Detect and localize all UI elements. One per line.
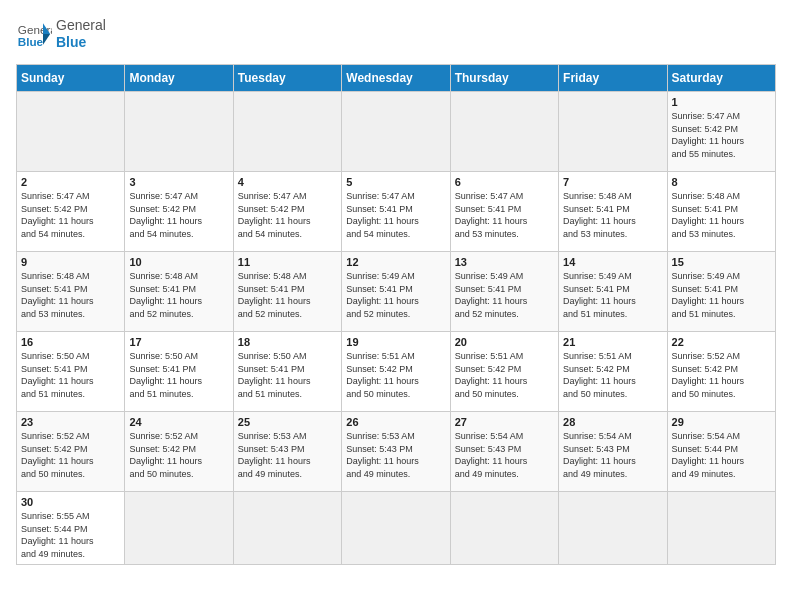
day-info: Sunrise: 5:54 AM Sunset: 5:43 PM Dayligh…	[455, 430, 554, 480]
day-header-monday: Monday	[125, 65, 233, 92]
day-number: 4	[238, 176, 337, 188]
calendar-cell	[450, 92, 558, 172]
day-info: Sunrise: 5:54 AM Sunset: 5:44 PM Dayligh…	[672, 430, 771, 480]
day-number: 10	[129, 256, 228, 268]
day-info: Sunrise: 5:47 AM Sunset: 5:42 PM Dayligh…	[672, 110, 771, 160]
calendar-cell: 22Sunrise: 5:52 AM Sunset: 5:42 PM Dayli…	[667, 332, 775, 412]
day-number: 23	[21, 416, 120, 428]
day-number: 8	[672, 176, 771, 188]
day-header-tuesday: Tuesday	[233, 65, 341, 92]
day-info: Sunrise: 5:48 AM Sunset: 5:41 PM Dayligh…	[238, 270, 337, 320]
day-number: 29	[672, 416, 771, 428]
day-number: 16	[21, 336, 120, 348]
calendar-table: SundayMondayTuesdayWednesdayThursdayFrid…	[16, 64, 776, 565]
calendar-cell: 2Sunrise: 5:47 AM Sunset: 5:42 PM Daylig…	[17, 172, 125, 252]
day-header-wednesday: Wednesday	[342, 65, 450, 92]
day-number: 3	[129, 176, 228, 188]
calendar-cell: 12Sunrise: 5:49 AM Sunset: 5:41 PM Dayli…	[342, 252, 450, 332]
day-number: 25	[238, 416, 337, 428]
calendar-cell: 26Sunrise: 5:53 AM Sunset: 5:43 PM Dayli…	[342, 412, 450, 492]
day-info: Sunrise: 5:50 AM Sunset: 5:41 PM Dayligh…	[129, 350, 228, 400]
day-info: Sunrise: 5:47 AM Sunset: 5:41 PM Dayligh…	[346, 190, 445, 240]
day-info: Sunrise: 5:52 AM Sunset: 5:42 PM Dayligh…	[129, 430, 228, 480]
calendar-cell	[559, 92, 667, 172]
day-info: Sunrise: 5:48 AM Sunset: 5:41 PM Dayligh…	[129, 270, 228, 320]
logo-icon: General Blue	[16, 16, 52, 52]
day-info: Sunrise: 5:49 AM Sunset: 5:41 PM Dayligh…	[455, 270, 554, 320]
day-number: 17	[129, 336, 228, 348]
svg-marker-3	[43, 34, 50, 45]
calendar-cell: 23Sunrise: 5:52 AM Sunset: 5:42 PM Dayli…	[17, 412, 125, 492]
calendar-cell: 28Sunrise: 5:54 AM Sunset: 5:43 PM Dayli…	[559, 412, 667, 492]
day-info: Sunrise: 5:47 AM Sunset: 5:42 PM Dayligh…	[238, 190, 337, 240]
calendar-cell	[450, 492, 558, 565]
day-info: Sunrise: 5:48 AM Sunset: 5:41 PM Dayligh…	[672, 190, 771, 240]
day-number: 13	[455, 256, 554, 268]
calendar-cell: 19Sunrise: 5:51 AM Sunset: 5:42 PM Dayli…	[342, 332, 450, 412]
calendar-cell	[125, 92, 233, 172]
day-info: Sunrise: 5:47 AM Sunset: 5:41 PM Dayligh…	[455, 190, 554, 240]
calendar-cell: 13Sunrise: 5:49 AM Sunset: 5:41 PM Dayli…	[450, 252, 558, 332]
calendar-header: SundayMondayTuesdayWednesdayThursdayFrid…	[17, 65, 776, 92]
day-number: 24	[129, 416, 228, 428]
calendar-cell: 10Sunrise: 5:48 AM Sunset: 5:41 PM Dayli…	[125, 252, 233, 332]
day-info: Sunrise: 5:47 AM Sunset: 5:42 PM Dayligh…	[21, 190, 120, 240]
calendar-cell: 27Sunrise: 5:54 AM Sunset: 5:43 PM Dayli…	[450, 412, 558, 492]
calendar-cell: 15Sunrise: 5:49 AM Sunset: 5:41 PM Dayli…	[667, 252, 775, 332]
calendar-week-3: 9Sunrise: 5:48 AM Sunset: 5:41 PM Daylig…	[17, 252, 776, 332]
calendar-cell: 8Sunrise: 5:48 AM Sunset: 5:41 PM Daylig…	[667, 172, 775, 252]
day-header-saturday: Saturday	[667, 65, 775, 92]
day-number: 15	[672, 256, 771, 268]
calendar-cell: 21Sunrise: 5:51 AM Sunset: 5:42 PM Dayli…	[559, 332, 667, 412]
calendar-cell: 20Sunrise: 5:51 AM Sunset: 5:42 PM Dayli…	[450, 332, 558, 412]
calendar-week-5: 23Sunrise: 5:52 AM Sunset: 5:42 PM Dayli…	[17, 412, 776, 492]
calendar-cell: 29Sunrise: 5:54 AM Sunset: 5:44 PM Dayli…	[667, 412, 775, 492]
day-number: 27	[455, 416, 554, 428]
calendar-cell: 11Sunrise: 5:48 AM Sunset: 5:41 PM Dayli…	[233, 252, 341, 332]
day-number: 1	[672, 96, 771, 108]
calendar-cell: 3Sunrise: 5:47 AM Sunset: 5:42 PM Daylig…	[125, 172, 233, 252]
calendar-cell	[667, 492, 775, 565]
calendar-week-1: 1Sunrise: 5:47 AM Sunset: 5:42 PM Daylig…	[17, 92, 776, 172]
calendar-cell: 24Sunrise: 5:52 AM Sunset: 5:42 PM Dayli…	[125, 412, 233, 492]
day-number: 11	[238, 256, 337, 268]
day-info: Sunrise: 5:49 AM Sunset: 5:41 PM Dayligh…	[563, 270, 662, 320]
day-info: Sunrise: 5:51 AM Sunset: 5:42 PM Dayligh…	[563, 350, 662, 400]
day-number: 18	[238, 336, 337, 348]
calendar-cell: 17Sunrise: 5:50 AM Sunset: 5:41 PM Dayli…	[125, 332, 233, 412]
day-number: 5	[346, 176, 445, 188]
calendar-cell: 7Sunrise: 5:48 AM Sunset: 5:41 PM Daylig…	[559, 172, 667, 252]
day-number: 7	[563, 176, 662, 188]
svg-text:Blue: Blue	[18, 35, 44, 48]
calendar-cell: 16Sunrise: 5:50 AM Sunset: 5:41 PM Dayli…	[17, 332, 125, 412]
day-number: 21	[563, 336, 662, 348]
calendar-cell: 6Sunrise: 5:47 AM Sunset: 5:41 PM Daylig…	[450, 172, 558, 252]
calendar-cell: 1Sunrise: 5:47 AM Sunset: 5:42 PM Daylig…	[667, 92, 775, 172]
day-header-thursday: Thursday	[450, 65, 558, 92]
day-number: 28	[563, 416, 662, 428]
day-info: Sunrise: 5:49 AM Sunset: 5:41 PM Dayligh…	[672, 270, 771, 320]
logo-blue: Blue	[56, 34, 106, 51]
calendar-cell	[125, 492, 233, 565]
day-header-sunday: Sunday	[17, 65, 125, 92]
day-number: 20	[455, 336, 554, 348]
day-info: Sunrise: 5:48 AM Sunset: 5:41 PM Dayligh…	[21, 270, 120, 320]
page-header: General Blue General Blue	[16, 16, 776, 52]
calendar-cell: 9Sunrise: 5:48 AM Sunset: 5:41 PM Daylig…	[17, 252, 125, 332]
calendar-week-6: 30Sunrise: 5:55 AM Sunset: 5:44 PM Dayli…	[17, 492, 776, 565]
calendar-cell	[342, 92, 450, 172]
day-number: 30	[21, 496, 120, 508]
day-number: 12	[346, 256, 445, 268]
calendar-cell: 5Sunrise: 5:47 AM Sunset: 5:41 PM Daylig…	[342, 172, 450, 252]
day-info: Sunrise: 5:55 AM Sunset: 5:44 PM Dayligh…	[21, 510, 120, 560]
calendar-cell	[342, 492, 450, 565]
day-info: Sunrise: 5:48 AM Sunset: 5:41 PM Dayligh…	[563, 190, 662, 240]
calendar-cell	[559, 492, 667, 565]
day-info: Sunrise: 5:50 AM Sunset: 5:41 PM Dayligh…	[238, 350, 337, 400]
day-info: Sunrise: 5:50 AM Sunset: 5:41 PM Dayligh…	[21, 350, 120, 400]
calendar-cell	[233, 92, 341, 172]
day-number: 26	[346, 416, 445, 428]
day-header-friday: Friday	[559, 65, 667, 92]
day-info: Sunrise: 5:52 AM Sunset: 5:42 PM Dayligh…	[21, 430, 120, 480]
calendar-cell: 14Sunrise: 5:49 AM Sunset: 5:41 PM Dayli…	[559, 252, 667, 332]
